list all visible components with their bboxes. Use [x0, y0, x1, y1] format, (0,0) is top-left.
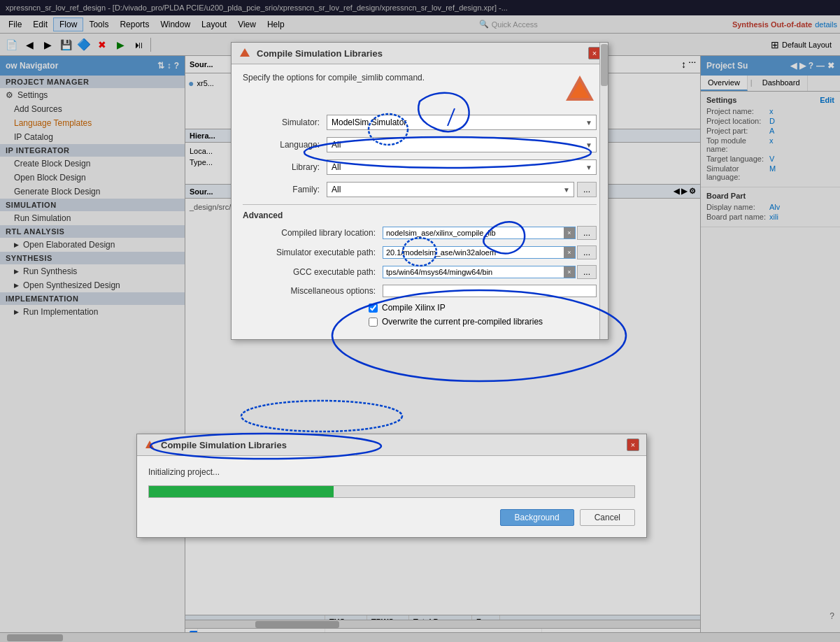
progress-body: Initializing project... Background Cance… [137, 456, 646, 537]
compiled-lib-label: Compiled library location: [243, 228, 383, 238]
compiled-lib-browse-btn[interactable]: ... [577, 226, 597, 240]
gcc-exec-label: GCC executable path: [243, 267, 383, 277]
simulator-row: Simulator: ModelSim Simulator Questa Sim… [243, 115, 597, 130]
vivado-logo-icon [239, 47, 251, 59]
sim-exec-input[interactable] [383, 247, 564, 258]
simulator-select[interactable]: ModelSim Simulator Questa Simulator IES … [327, 115, 597, 130]
simulator-select-wrap: ModelSim Simulator Questa Simulator IES … [327, 115, 597, 130]
misc-input[interactable] [383, 285, 597, 297]
compile-xilinx-ip-row: Compile Xilinx IP [243, 303, 597, 313]
svg-marker-6 [145, 441, 154, 448]
family-select-wrap: All ▼ ... [327, 182, 597, 197]
compile-dialog-description: Specify the options for compile_simlib c… [243, 73, 425, 83]
library-select[interactable]: All [327, 159, 597, 175]
compiled-lib-input[interactable] [383, 227, 564, 238]
progress-buttons: Background Cancel [148, 509, 635, 526]
simulator-label: Simulator: [243, 117, 327, 127]
sim-exec-clear-btn[interactable]: × [564, 247, 575, 258]
family-row: Family: All ▼ ... [243, 182, 597, 197]
progress-logo-icon [144, 439, 155, 450]
compile-progress-dialog: Compile Simulation Libraries × Initializ… [136, 434, 647, 538]
dialog-titlebar-left: Compile Simulation Libraries [239, 47, 383, 59]
gcc-exec-clear-btn[interactable]: × [564, 266, 575, 278]
vivado-large-logo-icon [563, 73, 597, 106]
background-button[interactable]: Background [500, 509, 574, 526]
progress-titlebar-left: Compile Simulation Libraries [144, 439, 287, 450]
compile-xilinx-ip-checkbox[interactable] [369, 304, 378, 313]
language-select[interactable]: All [327, 137, 597, 152]
compile-xilinx-ip-label: Compile Xilinx IP [382, 303, 446, 313]
overwrite-row: Overwrite the current pre-compiled libra… [243, 317, 597, 327]
gcc-exec-browse-btn[interactable]: ... [577, 265, 597, 279]
overwrite-checkbox[interactable] [369, 318, 378, 327]
progress-message: Initializing project... [148, 467, 635, 477]
overwrite-label: Overwrite the current pre-compiled libra… [382, 317, 543, 327]
misc-row: Miscellaneous options: [243, 285, 597, 297]
family-label: Family: [243, 185, 327, 194]
sim-exec-browse-btn[interactable]: ... [577, 245, 597, 259]
advanced-section-title: Advanced [243, 204, 597, 220]
svg-marker-3 [240, 48, 250, 57]
compile-dialog-titlebar: Compile Simulation Libraries × [232, 43, 608, 64]
language-label: Language: [243, 140, 327, 150]
progress-bar-fill [149, 486, 334, 497]
sim-exec-label: Simulator executable path: [243, 248, 383, 257]
library-select-wrap: All ▼ [327, 159, 597, 175]
compile-dialog-scrollbar[interactable] [599, 43, 608, 339]
sim-exec-input-wrap: × [383, 246, 576, 259]
misc-label: Miscellaneous options: [243, 286, 383, 296]
compile-dialog-body: Specify the options for compile_simlib c… [232, 64, 608, 339]
progress-titlebar: Compile Simulation Libraries × [137, 434, 646, 456]
cancel-button[interactable]: Cancel [580, 509, 635, 526]
gcc-exec-input[interactable] [383, 266, 564, 278]
gcc-exec-row: GCC executable path: × ... [243, 265, 597, 279]
family-select[interactable]: All [327, 182, 574, 197]
compiled-lib-row: Compiled library location: × ... [243, 226, 597, 240]
family-browse-btn[interactable]: ... [577, 182, 597, 197]
compile-dialog-scrollbar-thumb[interactable] [601, 44, 608, 86]
language-row: Language: All ▼ [243, 137, 597, 152]
compile-dialog-title: Compile Simulation Libraries [257, 48, 383, 59]
progress-dialog-close-btn[interactable]: × [627, 438, 639, 451]
progress-dialog-title: Compile Simulation Libraries [161, 440, 287, 450]
language-select-wrap: All ▼ [327, 137, 597, 152]
progress-bar-background [148, 485, 635, 498]
sim-exec-row: Simulator executable path: × ... [243, 245, 597, 259]
library-row: Library: All ▼ [243, 159, 597, 175]
library-label: Library: [243, 162, 327, 172]
compiled-lib-clear-btn[interactable]: × [564, 227, 575, 238]
compiled-lib-input-wrap: × [383, 227, 576, 239]
compile-dialog-main: Compile Simulation Libraries × Specify t… [231, 42, 608, 340]
gcc-exec-input-wrap: × [383, 266, 576, 278]
